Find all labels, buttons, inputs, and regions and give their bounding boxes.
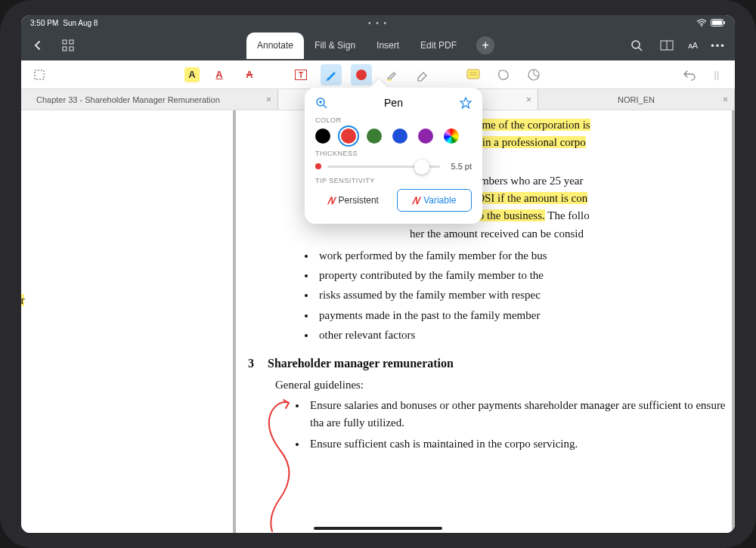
- text-size-icon[interactable]: ᴀA: [688, 36, 697, 54]
- multitask-dots[interactable]: • • •: [368, 19, 388, 27]
- shape-blob-icon[interactable]: [493, 64, 514, 85]
- persistent-glyph-icon: 𝘕: [327, 194, 334, 207]
- more-icon[interactable]: •••: [709, 36, 727, 54]
- svg-line-23: [324, 105, 327, 108]
- svg-line-9: [639, 48, 642, 51]
- text-line: nt: [21, 419, 230, 436]
- sticky-note-icon[interactable]: [463, 64, 484, 85]
- shape-circle-icon[interactable]: [523, 64, 544, 85]
- section-number: 3: [248, 354, 254, 373]
- list-item: property contributed by the family membe…: [316, 267, 732, 284]
- apps-grid-icon[interactable]: [59, 36, 77, 54]
- eraser-tool-icon[interactable]: [411, 64, 432, 85]
- text-box-icon[interactable]: T: [290, 64, 311, 85]
- sensitivity-label: TIP SENSITIVITY: [315, 177, 472, 184]
- doc-tab-right[interactable]: NORI_EN ×: [538, 89, 735, 110]
- pen-color-indicator[interactable]: [351, 64, 372, 85]
- status-bar: 3:50 PM Sun Aug 8 • • •: [21, 15, 735, 30]
- book-view-icon[interactable]: [658, 36, 676, 54]
- text-line: bers.: [21, 119, 230, 137]
- inspect-icon[interactable]: [315, 97, 327, 109]
- wifi-icon: [696, 19, 707, 26]
- thickness-preview-icon: [315, 163, 321, 169]
- home-indicator[interactable]: [314, 527, 442, 530]
- variable-glyph-icon: 𝘕: [412, 194, 419, 207]
- section-title: Shareholder manager remuneration: [268, 354, 454, 373]
- svg-rect-15: [387, 79, 392, 81]
- divider-icon: ||: [706, 64, 727, 85]
- list-item: payments made in the past to the family …: [316, 307, 732, 324]
- text-line: who has no: [21, 228, 230, 246]
- button-label: Persistent: [339, 195, 379, 206]
- color-picker-icon[interactable]: [444, 128, 459, 144]
- battery-icon: [711, 19, 726, 26]
- svg-rect-6: [63, 47, 67, 51]
- color-swatch-blue[interactable]: [392, 128, 407, 144]
- text-line: General guidelines:: [275, 376, 732, 394]
- list-item: Ensure sufficient cash is maintained in …: [307, 435, 732, 453]
- color-swatch-black[interactable]: [315, 128, 330, 144]
- tab-edit-pdf[interactable]: Edit PDF: [410, 33, 467, 58]
- thickness-label: THICKNESS: [315, 150, 472, 157]
- underline-text-icon[interactable]: A: [209, 64, 230, 85]
- sensitivity-persistent-button[interactable]: 𝘕 Persistent: [315, 189, 391, 212]
- tab-annotate[interactable]: Annotate: [246, 33, 304, 59]
- svg-text:T: T: [299, 71, 303, 79]
- status-time: 3:50 PM: [30, 19, 58, 27]
- tab-insert[interactable]: Insert: [366, 33, 410, 58]
- color-swatch-green[interactable]: [367, 128, 382, 144]
- doc-tab-label: NORI_EN: [618, 95, 655, 104]
- list-item: Ensure salaries and bonuses or other pay…: [307, 397, 732, 432]
- text-line: ed by the: [21, 200, 230, 218]
- text-line: a dividend: [21, 166, 230, 183]
- color-label: COLOR: [315, 116, 472, 124]
- svg-rect-16: [467, 70, 479, 79]
- app-bar: Annotate Fill & Sign Insert Edit PDF + ᴀ…: [21, 30, 735, 60]
- undo-icon[interactable]: [679, 64, 700, 85]
- text-line: s. The: [21, 401, 230, 418]
- thickness-slider[interactable]: [327, 166, 440, 168]
- svg-point-8: [632, 41, 640, 48]
- marker-tool-icon[interactable]: [381, 64, 402, 85]
- svg-point-0: [701, 25, 702, 26]
- button-label: Variable: [423, 195, 456, 206]
- text-line: ber 2017: [21, 366, 230, 383]
- doc-tab-left[interactable]: Chapter 33 - Shareholder Manager Remuner…: [21, 89, 278, 110]
- svg-rect-5: [70, 40, 73, 44]
- svg-line-21: [534, 75, 538, 76]
- search-icon[interactable]: [627, 36, 646, 54]
- list-item: work performed by the family member for …: [316, 247, 732, 265]
- text-line: sion-: [21, 137, 230, 154]
- highlight-text-icon[interactable]: A: [184, 67, 200, 82]
- color-swatch-purple[interactable]: [418, 128, 433, 144]
- pen-tool-icon[interactable]: [321, 64, 342, 85]
- text-line: the articles: [21, 183, 230, 200]
- tab-fill-sign[interactable]: Fill & Sign: [304, 33, 366, 58]
- svg-rect-4: [63, 40, 67, 44]
- favorite-star-icon[interactable]: [460, 97, 472, 109]
- close-icon[interactable]: ×: [526, 94, 531, 105]
- popup-title: Pen: [384, 97, 403, 109]
- list-item: other relevant factors: [316, 327, 732, 344]
- selection-tool-icon[interactable]: [29, 64, 50, 85]
- doc-tab-label: Chapter 33 - Shareholder Manager Remuner…: [36, 95, 220, 104]
- list-item: risks assumed by the family member with …: [316, 286, 732, 304]
- svg-rect-12: [35, 70, 44, 79]
- text-line: her the amount received can be consid: [410, 228, 584, 240]
- svg-rect-7: [70, 47, 73, 51]
- thickness-value: 5.5 pt: [446, 162, 472, 171]
- svg-rect-3: [724, 21, 726, 24]
- close-icon[interactable]: ×: [266, 94, 271, 105]
- text-line: mily member: [21, 294, 24, 306]
- text-line: The follo: [545, 209, 590, 221]
- slider-thumb[interactable]: [414, 159, 429, 175]
- back-button[interactable]: [29, 36, 47, 54]
- doc-pane-left[interactable]: bers. sion- a dividend the articles ed b…: [21, 110, 233, 533]
- strikethrough-text-icon[interactable]: A: [239, 64, 260, 85]
- sensitivity-variable-button[interactable]: 𝘕 Variable: [397, 189, 472, 212]
- status-date: Sun Aug 8: [63, 19, 98, 27]
- color-swatch-red[interactable]: [341, 128, 356, 144]
- add-tab-button[interactable]: +: [476, 36, 494, 54]
- pen-settings-popup: Pen COLOR THICKNESS 5.5 pt: [305, 88, 482, 224]
- close-icon[interactable]: ×: [723, 94, 728, 105]
